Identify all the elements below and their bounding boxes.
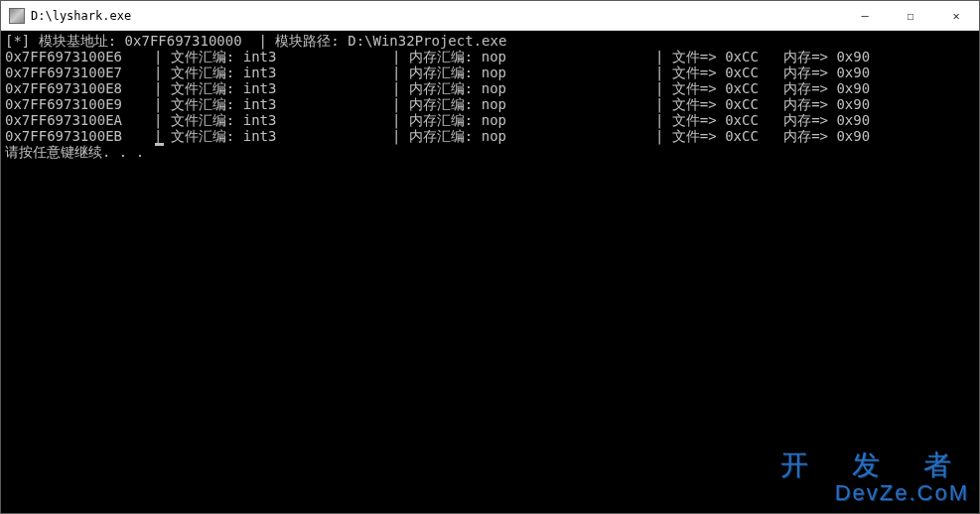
address: 0x7FF6973100EA (5, 112, 154, 128)
disasm-row: 0x7FF6973100EA| 文件汇编: int3| 内存汇编: nop| 文… (5, 112, 975, 128)
console-window: D:\lyshark.exe — ☐ ✕ [*] 模块基地址: 0x7FF697… (0, 0, 980, 514)
bytes: | 文件=> 0xCC 内存=> 0x90 (655, 49, 975, 64)
console-output[interactable]: [*] 模块基地址: 0x7FF697310000 | 模块路径: D:\Win… (1, 31, 979, 513)
file-asm: | 文件汇编: int3 (154, 64, 392, 80)
address: 0x7FF6973100E8 (5, 80, 154, 96)
header-prefix: [*] (5, 33, 30, 49)
address: 0x7FF6973100E7 (5, 64, 154, 80)
mem-asm: | 内存汇编: nop (392, 49, 655, 64)
file-asm: | 文件汇编: int3 (154, 128, 392, 144)
mem-asm: | 内存汇编: nop (392, 64, 655, 80)
window-controls: — ☐ ✕ (842, 1, 979, 30)
press-any-key: 请按任意键继续. . . (5, 144, 975, 160)
file-asm: | 文件汇编: int3 (154, 80, 392, 96)
disasm-row: 0x7FF6973100E7| 文件汇编: int3| 内存汇编: nop| 文… (5, 64, 975, 80)
watermark-cn: 开 发 者 (780, 450, 969, 481)
cursor (155, 143, 164, 146)
disasm-row: 0x7FF6973100E9| 文件汇编: int3| 内存汇编: nop| 文… (5, 96, 975, 112)
resize-grip[interactable] (963, 497, 979, 513)
disasm-row: 0x7FF6973100E6| 文件汇编: int3| 内存汇编: nop| 文… (5, 49, 975, 64)
app-icon (9, 8, 25, 24)
path-label: 模块路径: (275, 33, 339, 49)
mem-asm: | 内存汇编: nop (392, 128, 655, 144)
disasm-row: 0x7FF6973100EB| 文件汇编: int3| 内存汇编: nop| 文… (5, 128, 975, 144)
bytes: | 文件=> 0xCC 内存=> 0x90 (655, 112, 975, 128)
disasm-row: 0x7FF6973100E8| 文件汇编: int3| 内存汇编: nop| 文… (5, 80, 975, 96)
mem-asm: | 内存汇编: nop (392, 96, 655, 112)
address: 0x7FF6973100E9 (5, 96, 154, 112)
bytes: | 文件=> 0xCC 内存=> 0x90 (655, 80, 975, 96)
bytes: | 文件=> 0xCC 内存=> 0x90 (655, 64, 975, 80)
titlebar[interactable]: D:\lyshark.exe — ☐ ✕ (1, 1, 979, 31)
bytes: | 文件=> 0xCC 内存=> 0x90 (655, 96, 975, 112)
address: 0x7FF6973100EB (5, 128, 154, 144)
close-button[interactable]: ✕ (933, 1, 979, 30)
disasm-rows: 0x7FF6973100E6| 文件汇编: int3| 内存汇编: nop| 文… (5, 49, 975, 144)
file-asm: | 文件汇编: int3 (154, 96, 392, 112)
base-label: 模块基地址: (39, 33, 116, 49)
mem-asm: | 内存汇编: nop (392, 80, 655, 96)
file-asm: | 文件汇编: int3 (154, 49, 392, 64)
mem-asm: | 内存汇编: nop (392, 112, 655, 128)
bytes: | 文件=> 0xCC 内存=> 0x90 (655, 128, 975, 144)
watermark-en: DevZe.CoM (780, 481, 969, 505)
address: 0x7FF6973100E6 (5, 49, 154, 64)
module-path: D:\Win32Project.exe (348, 33, 506, 49)
watermark: 开 发 者 DevZe.CoM (780, 450, 969, 505)
minimize-button[interactable]: — (842, 1, 888, 30)
base-address: 0x7FF697310000 (125, 33, 242, 49)
module-header: [*] 模块基地址: 0x7FF697310000 | 模块路径: D:\Win… (5, 33, 975, 49)
maximize-button[interactable]: ☐ (888, 1, 933, 30)
file-asm: | 文件汇编: int3 (154, 112, 392, 128)
window-title: D:\lyshark.exe (31, 9, 131, 23)
